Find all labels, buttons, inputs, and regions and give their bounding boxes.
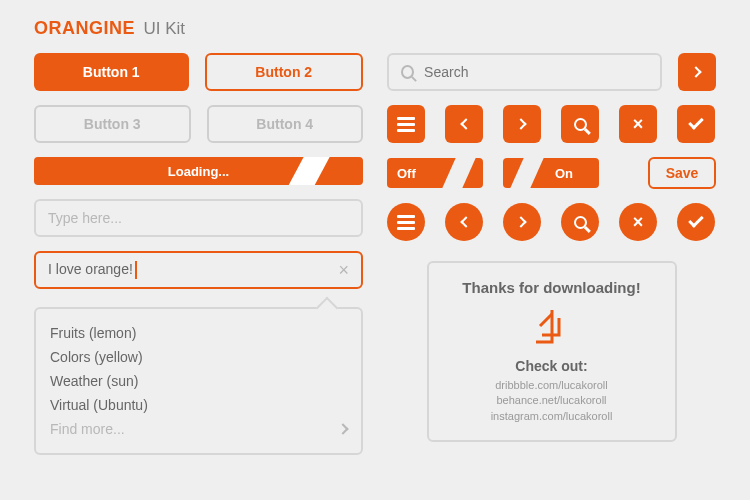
go-button[interactable] xyxy=(678,53,716,91)
input-value: I love orange! xyxy=(48,261,133,277)
dropdown-item[interactable]: Fruits (lemon) xyxy=(50,321,347,345)
chevron-left-icon xyxy=(460,118,471,129)
checkout-label: Check out: xyxy=(445,358,659,374)
close-icon: × xyxy=(633,114,644,135)
chevron-right-icon xyxy=(337,423,348,434)
search-button-round[interactable] xyxy=(561,203,599,241)
menu-icon xyxy=(397,117,415,132)
dropdown-item[interactable]: Virtual (Ubuntu) xyxy=(50,393,347,417)
menu-button[interactable] xyxy=(387,105,425,143)
next-button[interactable] xyxy=(503,105,541,143)
card-link[interactable]: instagram.com/lucakoroll xyxy=(445,409,659,424)
text-input-active[interactable]: I love orange! × xyxy=(34,251,363,289)
dropdown-panel: Fruits (lemon) Colors (yellow) Weather (… xyxy=(34,307,363,455)
toggle-off[interactable]: Off xyxy=(387,158,483,188)
page-title: ORANGINE UI Kit xyxy=(34,18,716,39)
button-4: Button 4 xyxy=(207,105,364,143)
logo-icon xyxy=(532,306,572,346)
search-field[interactable] xyxy=(424,64,648,80)
prev-button-round[interactable] xyxy=(445,203,483,241)
button-2[interactable]: Button 2 xyxy=(205,53,364,91)
dropdown-item[interactable]: Weather (sun) xyxy=(50,369,347,393)
brand-sub: UI Kit xyxy=(143,19,185,38)
dropdown-more[interactable]: Find more... xyxy=(50,417,347,441)
confirm-button[interactable] xyxy=(677,105,715,143)
close-button[interactable]: × xyxy=(619,105,657,143)
search-icon xyxy=(401,65,414,79)
search-icon xyxy=(574,118,587,131)
menu-button-round[interactable] xyxy=(387,203,425,241)
chevron-left-icon xyxy=(460,216,471,227)
clear-icon[interactable]: × xyxy=(338,260,349,281)
button-3: Button 3 xyxy=(34,105,191,143)
thanks-title: Thanks for downloading! xyxy=(445,279,659,296)
input-placeholder: Type here... xyxy=(48,210,122,226)
search-input[interactable] xyxy=(387,53,662,91)
button-1[interactable]: Button 1 xyxy=(34,53,189,91)
check-icon xyxy=(688,212,704,228)
dropdown-item[interactable]: Colors (yellow) xyxy=(50,345,347,369)
confirm-button-round[interactable] xyxy=(677,203,715,241)
search-icon xyxy=(574,216,587,229)
check-icon xyxy=(688,114,704,130)
brand-name: ORANGINE xyxy=(34,18,135,38)
thanks-card: Thanks for downloading! Check out: dribb… xyxy=(427,261,677,442)
chevron-right-icon xyxy=(515,118,526,129)
next-button-round[interactable] xyxy=(503,203,541,241)
card-link[interactable]: dribbble.com/lucakoroll xyxy=(445,378,659,393)
chevron-right-icon xyxy=(690,66,701,77)
chevron-right-icon xyxy=(515,216,526,227)
close-icon: × xyxy=(633,212,644,233)
close-button-round[interactable]: × xyxy=(619,203,657,241)
save-button[interactable]: Save xyxy=(648,157,716,189)
text-input-empty[interactable]: Type here... xyxy=(34,199,363,237)
menu-icon xyxy=(397,215,415,230)
card-link[interactable]: behance.net/lucakoroll xyxy=(445,393,659,408)
toggle-on[interactable]: On xyxy=(503,158,599,188)
prev-button[interactable] xyxy=(445,105,483,143)
search-button[interactable] xyxy=(561,105,599,143)
progress-label: Loading... xyxy=(168,164,229,179)
progress-bar: Loading... xyxy=(34,157,363,185)
